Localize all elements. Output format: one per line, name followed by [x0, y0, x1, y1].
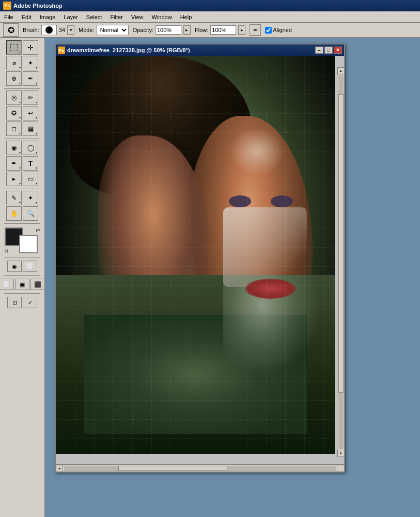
tool-group-crop: ⊕ ▾ ✒ ▾	[6, 71, 38, 86]
menu-image[interactable]: Image	[36, 13, 60, 21]
swap-colors-btn[interactable]: ⇄	[36, 227, 40, 233]
notes-tool[interactable]: ✎ ▾	[6, 191, 22, 205]
quick-mask-btn[interactable]: ◉	[7, 261, 22, 272]
scroll-up-btn[interactable]: ▴	[337, 67, 345, 74]
corner-arrow: ▾	[36, 166, 37, 170]
doc-titlebar-left: Ps dreamstimefree_2127328.jpg @ 50% (RGB…	[58, 47, 190, 54]
eye-left	[229, 195, 251, 207]
color-swatches: ⇄ ⊡	[5, 227, 40, 253]
opacity-label: Opacity:	[133, 27, 153, 33]
brush-group: Brush: 34 ▾	[23, 25, 74, 35]
mode-group: Mode: Normal	[79, 25, 129, 35]
eye-right	[271, 195, 293, 207]
crop-tool[interactable]: ⊕ ▾	[6, 71, 22, 86]
move-tool[interactable]: ✛	[23, 40, 38, 55]
cs-live-btn[interactable]: ⊡	[7, 297, 22, 308]
v-scrollbar-track[interactable]	[338, 75, 344, 449]
screen-icon-2: ▣	[20, 281, 25, 288]
flow-arrow[interactable]: ▸	[238, 25, 245, 35]
eyedropper-tool[interactable]: ✒ ▾	[23, 71, 38, 86]
brush-dropdown-btn[interactable]: ▾	[67, 25, 74, 35]
tool-group-selection: ▾ ✛	[6, 40, 38, 55]
background-color[interactable]	[19, 235, 38, 253]
tool-group-healing: ◎ ▾ ✏ ▾	[6, 90, 38, 105]
marquee-icon	[10, 44, 18, 51]
lasso-tool[interactable]: ⌀ ▾	[6, 56, 22, 70]
brush-size: 34	[59, 27, 65, 33]
clone-stamp-tool[interactable]: ✪ ▾	[6, 106, 22, 120]
reset-colors-btn[interactable]: ⊡	[5, 249, 8, 253]
corner-arrow: ▾	[19, 201, 21, 204]
zoom-tool[interactable]: 🔍	[23, 206, 38, 221]
menu-edit[interactable]: Edit	[18, 13, 36, 21]
close-button[interactable]: ✕	[334, 47, 342, 54]
horizontal-scrollbar[interactable]: ◂ ▸	[56, 464, 344, 472]
eraser-tool[interactable]: ◻ ▾	[6, 121, 22, 136]
quick-select-icon: ✦	[28, 59, 33, 67]
menu-filter[interactable]: Filter	[106, 13, 127, 21]
menu-file[interactable]: File	[0, 13, 18, 21]
blur-tool[interactable]: ◉ ▾	[6, 141, 22, 155]
menu-bar: File Edit Image Layer Select Filter View…	[0, 11, 420, 23]
v-scrollbar-thumb[interactable]	[338, 94, 344, 393]
document-titlebar: Ps dreamstimefree_2127328.jpg @ 50% (RGB…	[56, 44, 344, 56]
dodge-tool[interactable]: ◯ ▾	[23, 141, 38, 155]
blur-icon: ◉	[11, 144, 17, 151]
pen-tool[interactable]: ✒ ▾	[6, 156, 22, 171]
scroll-down-btn[interactable]: ▾	[337, 450, 345, 457]
airbrush-btn[interactable]: ✒	[250, 24, 261, 36]
tool-icon-display: ✪	[3, 23, 19, 37]
photo-canvas[interactable]	[56, 56, 335, 454]
resize-handle[interactable]	[338, 465, 344, 472]
minimize-button[interactable]: –	[315, 47, 323, 54]
screen-icon-3: ⬛	[34, 281, 41, 288]
mode-select[interactable]: Normal	[97, 25, 129, 35]
maximize-button[interactable]: □	[324, 47, 333, 54]
arrange-btn[interactable]: ✓	[23, 297, 37, 308]
screen-mode-2[interactable]: ▣	[15, 279, 29, 290]
opacity-arrow[interactable]: ▸	[183, 25, 191, 35]
screen-mode-1[interactable]: ⬜	[0, 279, 14, 290]
corner-arrow: ▾	[19, 150, 21, 154]
shape-tool[interactable]: ▭ ▾	[23, 172, 38, 186]
brush-preview[interactable]	[41, 25, 57, 35]
document-title: dreamstimefree_2127328.jpg @ 50% (RGB/8*…	[67, 47, 190, 53]
aligned-checkbox[interactable]	[265, 27, 272, 34]
rectangular-marquee-tool[interactable]: ▾	[6, 40, 22, 55]
menu-view[interactable]: View	[127, 13, 148, 21]
app-title: Adobe Photoshop	[13, 3, 63, 9]
corner-arrow: ▾	[19, 100, 21, 104]
corner-arrow: ▾	[36, 81, 37, 85]
type-tool[interactable]: T ▾	[23, 156, 38, 171]
path-selection-tool[interactable]: ▸ ▾	[6, 172, 22, 186]
menu-help[interactable]: Help	[176, 13, 196, 21]
flow-input[interactable]	[210, 25, 236, 35]
healing-brush-tool[interactable]: ◎ ▾	[6, 90, 22, 105]
gradient-tool[interactable]: ▦ ▾	[23, 121, 38, 136]
history-brush-tool[interactable]: ↩ ▾	[23, 106, 38, 120]
arrange-icon: ✓	[28, 299, 33, 306]
quick-select-tool[interactable]: ✦ ▾	[23, 56, 38, 70]
app-title-bar: Ps Adobe Photoshop	[0, 0, 420, 11]
hand-tool[interactable]: ✋	[6, 206, 22, 221]
tool-group-clone: ✪ ▾ ↩ ▾	[6, 106, 38, 120]
tool-group-eraser: ◻ ▾ ▦ ▾	[6, 121, 38, 136]
type-icon: T	[28, 159, 33, 168]
scroll-left-btn[interactable]: ◂	[56, 465, 63, 472]
workspace: Ps dreamstimefree_2127328.jpg @ 50% (RGB…	[45, 38, 420, 517]
opacity-input[interactable]	[155, 25, 181, 35]
clone-icon: ✪	[11, 110, 17, 117]
h-scrollbar-track[interactable]	[64, 466, 336, 471]
brush-label: Brush:	[23, 27, 39, 33]
standard-mode-btn[interactable]: ⬜	[23, 261, 37, 272]
measure-tool[interactable]: ✦ ▾	[23, 191, 38, 205]
menu-layer[interactable]: Layer	[59, 13, 82, 21]
corner-arrow: ▾	[19, 50, 21, 54]
menu-select[interactable]: Select	[82, 13, 106, 21]
menu-window[interactable]: Window	[148, 13, 176, 21]
vertical-scrollbar[interactable]: ▴ ▾	[337, 67, 344, 457]
h-scrollbar-thumb[interactable]	[118, 466, 227, 471]
tool-group-hand: ✋ 🔍	[6, 206, 38, 221]
screen-mode-3[interactable]: ⬛	[30, 279, 45, 290]
brush-tool[interactable]: ✏ ▾	[23, 90, 38, 105]
